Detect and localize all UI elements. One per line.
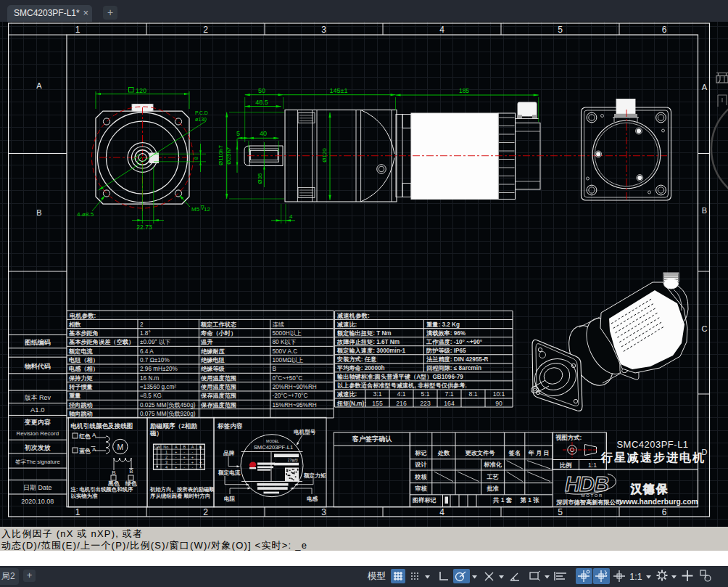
svg-text:批准: 批准 bbox=[486, 485, 499, 492]
svg-text:汉德保: 汉德保 bbox=[630, 483, 669, 495]
svg-text:品牌: 品牌 bbox=[223, 450, 235, 456]
svg-text:B: B bbox=[36, 208, 41, 217]
svg-text:8: 8 bbox=[194, 157, 199, 160]
svg-text:-: - bbox=[175, 455, 177, 459]
svg-text:减速比:: 减速比: bbox=[337, 321, 357, 328]
svg-text:额定电流: 额定电流 bbox=[218, 469, 241, 476]
svg-text:500V A.C: 500V A.C bbox=[273, 348, 298, 355]
svg-text:8:1: 8:1 bbox=[469, 390, 478, 398]
svg-text:工艺: 工艺 bbox=[486, 474, 499, 480]
svg-text:-: - bbox=[183, 460, 185, 464]
svg-text:-: - bbox=[183, 465, 185, 469]
svg-text:145±1: 145±1 bbox=[330, 87, 348, 94]
svg-text:7:1: 7:1 bbox=[445, 390, 454, 398]
svg-text:共 1 套: 共 1 套 bbox=[492, 496, 513, 504]
svg-text:20%RH~90%RH: 20%RH~90%RH bbox=[273, 384, 317, 390]
svg-text:蓝色: 蓝色 bbox=[79, 448, 91, 454]
svg-text:1:1: 1:1 bbox=[588, 461, 597, 469]
svg-text:4:1: 4:1 bbox=[397, 390, 406, 398]
svg-text:红色: 红色 bbox=[78, 433, 91, 440]
svg-text:Ø110h7: Ø110h7 bbox=[218, 145, 224, 165]
svg-text:图纸编码: 图纸编码 bbox=[25, 339, 51, 346]
svg-text:校核: 校核 bbox=[414, 474, 427, 480]
svg-text:序从绕组因看 顺时针方向: 序从绕组因看 顺时针方向 bbox=[149, 493, 210, 499]
svg-text:6: 6 bbox=[662, 507, 667, 517]
svg-text:A: A bbox=[36, 81, 42, 90]
svg-text:签名: 签名 bbox=[508, 450, 521, 456]
svg-text:-: - bbox=[192, 465, 194, 469]
svg-text:5: 5 bbox=[236, 130, 240, 137]
svg-text:216: 216 bbox=[396, 400, 407, 407]
svg-text:保存温度范围: 保存温度范围 bbox=[200, 401, 236, 409]
svg-text:更改文件号: 更改文件号 bbox=[466, 449, 496, 456]
svg-text:额定工作状态: 额定工作状态 bbox=[200, 321, 236, 328]
svg-text:+: + bbox=[183, 455, 186, 459]
svg-text:绝缘耐压: 绝缘耐压 bbox=[201, 348, 226, 355]
svg-text:比例: 比例 bbox=[560, 461, 572, 469]
svg-text:连续: 连续 bbox=[273, 321, 284, 328]
svg-text:输出轴键标准:圆头普通平键（A型）GB1096-79: 输出轴键标准:圆头普通平键（A型）GB1096-79 bbox=[336, 373, 463, 380]
svg-text:A1.0: A1.0 bbox=[30, 406, 45, 414]
svg-text:6: 6 bbox=[662, 25, 667, 35]
svg-text:1: 1 bbox=[75, 507, 80, 517]
svg-text:-: - bbox=[175, 460, 177, 464]
svg-text:M: M bbox=[117, 443, 123, 451]
svg-text:平均寿命: 20000h: 平均寿命: 20000h bbox=[336, 365, 385, 372]
svg-text:ø130: ø130 bbox=[195, 117, 207, 122]
svg-text:额定力矩: 额定力矩 bbox=[303, 472, 326, 479]
svg-text:4-ø8.5: 4-ø8.5 bbox=[77, 211, 94, 218]
svg-text:1:1: 1:1 bbox=[629, 572, 642, 582]
svg-text:Ø120: Ø120 bbox=[321, 148, 328, 163]
svg-text:2.96 mH±20%: 2.96 mH±20% bbox=[140, 366, 178, 372]
svg-text:CW: CW bbox=[154, 445, 161, 449]
svg-text:C: C bbox=[702, 324, 708, 333]
svg-text:额定电流: 额定电流 bbox=[68, 348, 94, 355]
svg-text:励磁顺序（2相励: 励磁顺序（2相励 bbox=[149, 422, 197, 430]
svg-text:电感（相）: 电感（相） bbox=[69, 366, 99, 372]
svg-text:标签内容: 标签内容 bbox=[217, 422, 243, 430]
svg-text:4: 4 bbox=[439, 507, 444, 517]
svg-text:-: - bbox=[192, 450, 194, 454]
svg-text:以实物为准: 以实物为准 bbox=[71, 493, 99, 499]
svg-text:HDB: HDB bbox=[565, 472, 608, 496]
svg-text:工作温度: -10° ~+90°: 工作温度: -10° ~+90° bbox=[426, 338, 482, 345]
svg-text:164: 164 bbox=[444, 400, 455, 407]
svg-text:额定输入速度: 3000min-1: 额定输入速度: 3000min-1 bbox=[336, 347, 406, 354]
svg-text:处数: 处数 bbox=[437, 450, 450, 456]
svg-text:223: 223 bbox=[420, 400, 431, 407]
svg-text:重量: 重量 bbox=[69, 393, 80, 399]
svg-text:10:1: 10:1 bbox=[493, 390, 505, 398]
svg-text:设计: 设计 bbox=[414, 461, 427, 468]
svg-text:年 月 日: 年 月 日 bbox=[527, 450, 549, 456]
svg-text:重量: 3.2 Kg: 重量: 3.2 Kg bbox=[426, 321, 460, 328]
svg-text:绝缘电阻: 绝缘电阻 bbox=[201, 357, 226, 364]
svg-text:减速比:: 减速比: bbox=[337, 391, 357, 398]
svg-text:100MΩ以上: 100MΩ以上 bbox=[273, 357, 304, 364]
svg-text:155: 155 bbox=[372, 400, 383, 407]
svg-text:B: B bbox=[273, 366, 277, 372]
svg-text:A: A bbox=[702, 83, 708, 91]
svg-text:0.025 MM(负载450g): 0.025 MM(负载450g) bbox=[140, 402, 196, 409]
svg-text:1: 1 bbox=[75, 25, 80, 35]
svg-text:使用温度范围: 使用温度范围 bbox=[200, 383, 236, 390]
svg-text:www.handerburg.com: www.handerburg.com bbox=[619, 498, 698, 506]
svg-text:+: + bbox=[191, 455, 194, 459]
svg-text:A: A bbox=[175, 445, 178, 449]
svg-text:满载效率: 96%: 满载效率: 96% bbox=[426, 329, 466, 337]
svg-text:保持力矩: 保持力矩 bbox=[68, 375, 94, 382]
svg-text:故障停止扭矩: 1.6T Nm: 故障停止扭矩: 1.6T Nm bbox=[336, 339, 400, 345]
svg-text:+: + bbox=[191, 460, 194, 464]
svg-text:注: 电机引出线颜色和线序: 注: 电机引出线颜色和线序 bbox=[70, 486, 133, 493]
svg-text:B: B bbox=[129, 468, 133, 475]
svg-text:相数: 相数 bbox=[68, 321, 81, 328]
svg-text:MODEL: MODEL bbox=[266, 439, 279, 443]
svg-text:4: 4 bbox=[165, 465, 167, 469]
svg-text:120: 120 bbox=[136, 87, 146, 94]
svg-text:Revision Record: Revision Record bbox=[16, 430, 59, 437]
svg-text:3: 3 bbox=[165, 460, 167, 464]
svg-text:90: 90 bbox=[495, 400, 502, 407]
svg-text:0.075 MM(负载920g): 0.075 MM(负载920g) bbox=[140, 411, 196, 417]
svg-text:电阻（相）: 电阻（相） bbox=[69, 357, 99, 364]
svg-text:A: A bbox=[191, 445, 194, 449]
svg-text:视图方式:: 视图方式: bbox=[555, 434, 582, 441]
